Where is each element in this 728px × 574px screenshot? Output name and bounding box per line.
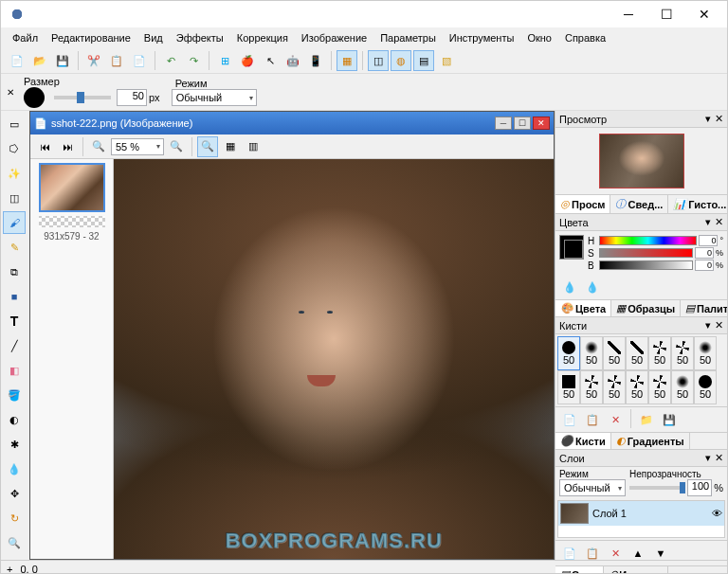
panel-close-icon[interactable]: ✕ — [7, 87, 14, 98]
nav-first-icon[interactable]: ⏮ — [34, 136, 55, 157]
layer-delete-icon[interactable]: ✕ — [605, 543, 626, 564]
layer-down-icon[interactable]: ▼ — [650, 543, 671, 564]
panel-close-icon[interactable]: ✕ — [715, 452, 723, 464]
layer-copy-icon[interactable]: 📋 — [582, 543, 603, 564]
window-maximize[interactable]: ☐ — [647, 1, 685, 27]
panel-close-icon[interactable]: ✕ — [715, 216, 723, 228]
sat-slider[interactable] — [599, 248, 693, 258]
grid-icon[interactable]: ▦ — [220, 136, 241, 157]
bri-slider[interactable] — [599, 260, 693, 270]
tool-brush[interactable]: 🖌 — [3, 211, 26, 234]
panel-close-icon[interactable]: ✕ — [715, 113, 723, 125]
tool-clone[interactable]: ⧉ — [3, 260, 26, 283]
opacity-slider[interactable] — [629, 486, 685, 490]
device-icon[interactable]: 📱 — [305, 50, 326, 71]
undo-icon[interactable]: ↶ — [160, 50, 181, 71]
window-close[interactable]: ✕ — [685, 1, 723, 27]
menu-tools[interactable]: Инструменты — [444, 29, 520, 46]
tab-histogram[interactable]: 📊Гисто... — [668, 195, 728, 213]
panel-close-icon[interactable]: ✕ — [715, 319, 723, 332]
brush-item[interactable]: 50 — [648, 370, 671, 404]
window-minimize[interactable]: ─ — [610, 1, 647, 27]
cursor-icon[interactable]: ↖ — [260, 50, 281, 71]
tab-info[interactable]: ⓘСвед... — [610, 195, 668, 213]
tool-lasso[interactable]: ⭔ — [3, 137, 26, 160]
tool-select-rect[interactable]: ▭ — [3, 113, 26, 135]
menu-correction[interactable]: Коррекция — [231, 29, 294, 46]
brush-item[interactable]: 50 — [603, 336, 626, 370]
tool-move[interactable]: ✥ — [3, 482, 26, 505]
panel3-icon[interactable]: ▤ — [413, 50, 434, 71]
menu-help[interactable]: Справка — [559, 29, 611, 46]
cut-icon[interactable]: ✂️ — [83, 50, 104, 71]
tool-eraser[interactable]: ◧ — [3, 359, 26, 382]
doc-close[interactable]: ✕ — [533, 117, 550, 130]
sat-value[interactable]: 0 — [695, 247, 714, 259]
size-slider[interactable] — [54, 96, 111, 99]
doc-maximize[interactable]: ☐ — [514, 117, 531, 130]
tool-text[interactable]: T — [3, 310, 26, 332]
tool-line[interactable]: ╱ — [3, 334, 26, 357]
layer-row[interactable]: Слой 1 👁 — [558, 501, 724, 526]
panel2-icon[interactable]: ◍ — [391, 50, 411, 71]
menu-file[interactable]: Файл — [7, 29, 44, 46]
tool-fill[interactable]: 🪣 — [3, 384, 26, 406]
brush-item[interactable]: 50 — [626, 370, 648, 404]
tab-gradients[interactable]: ◐Градиенты — [611, 433, 690, 449]
layout-icon[interactable]: ▦ — [337, 50, 357, 71]
zoom-out-icon[interactable]: 🔍 — [88, 136, 109, 157]
brush-item[interactable]: 50 — [671, 336, 694, 370]
brush-item[interactable]: 50 — [580, 370, 603, 404]
apple-icon[interactable]: 🍎 — [237, 50, 258, 71]
status-up-icon[interactable]: + — [7, 564, 12, 575]
menu-options[interactable]: Параметры — [374, 29, 442, 46]
zoom-in-icon[interactable]: 🔍 — [166, 136, 187, 157]
tool-rotate[interactable]: ↻ — [3, 507, 26, 529]
eyedropper2-icon[interactable]: 💧 — [582, 277, 603, 297]
tab-brushes[interactable]: ⚫Кисти — [555, 433, 611, 449]
tab-layers[interactable]: ▤Слои — [555, 566, 604, 574]
panel4-icon[interactable]: ▧ — [436, 50, 457, 71]
brush-save-icon[interactable]: 💾 — [659, 409, 680, 430]
blend-mode-dropdown[interactable]: Обычный — [172, 89, 257, 106]
doc-minimize[interactable]: ─ — [495, 117, 512, 130]
tab-colors[interactable]: 🎨Цвета — [555, 300, 611, 316]
android-icon[interactable]: 🤖 — [282, 50, 303, 71]
zoom-tool-icon[interactable]: 🔍 — [197, 136, 218, 157]
preview-thumbnail[interactable] — [599, 134, 684, 188]
new-icon[interactable]: 📄 — [7, 50, 27, 71]
open-icon[interactable]: 📂 — [29, 50, 50, 71]
panel-menu-icon[interactable]: ▾ — [705, 319, 711, 332]
brush-delete-icon[interactable]: ✕ — [605, 409, 626, 430]
paste-icon[interactable]: 📄 — [129, 50, 150, 71]
brush-item[interactable]: 50 — [694, 336, 717, 370]
menu-image[interactable]: Изображение — [296, 29, 373, 46]
brush-item[interactable]: 50 — [557, 370, 580, 404]
rulers-icon[interactable]: ▥ — [243, 136, 264, 157]
page-thumbnail[interactable] — [39, 163, 105, 212]
menu-window[interactable]: Окно — [521, 29, 557, 46]
tool-wand[interactable]: ✨ — [3, 162, 26, 185]
save-icon[interactable]: 💾 — [52, 50, 73, 71]
panel-menu-icon[interactable]: ▾ — [705, 216, 711, 228]
copy-icon[interactable]: 📋 — [106, 50, 127, 71]
tab-swatches[interactable]: ▦Образцы — [611, 300, 681, 316]
brush-new-icon[interactable]: 📄 — [559, 409, 580, 430]
nav-last-icon[interactable]: ⏭ — [57, 136, 78, 157]
panel-menu-icon[interactable]: ▾ — [705, 113, 711, 125]
opacity-field[interactable]: 100 — [687, 479, 712, 496]
brush-item[interactable]: 50 — [671, 370, 694, 404]
bri-value[interactable]: 0 — [695, 260, 714, 271]
redo-icon[interactable]: ↷ — [183, 50, 204, 71]
layer-mode-dropdown[interactable]: Обычный — [559, 479, 626, 496]
eye-icon[interactable]: 👁 — [712, 508, 722, 519]
windows-icon[interactable]: ⊞ — [214, 50, 235, 71]
zoom-dropdown[interactable]: 55 % — [111, 138, 164, 155]
brush-item[interactable]: 50 — [694, 370, 717, 404]
panel1-icon[interactable]: ◫ — [368, 50, 389, 71]
tool-shape[interactable]: ■ — [3, 285, 26, 308]
brush-item[interactable]: 50 — [626, 336, 648, 370]
menu-view[interactable]: Вид — [138, 29, 169, 46]
layer-new-icon[interactable]: 📄 — [559, 543, 580, 564]
hue-value[interactable]: 0 — [699, 235, 718, 246]
